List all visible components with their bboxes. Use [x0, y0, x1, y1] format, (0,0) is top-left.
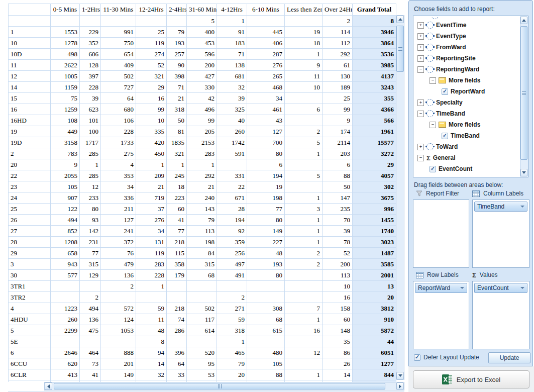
chevron-down-icon[interactable] [520, 287, 524, 289]
grand-total-cell: 3585 [353, 259, 396, 270]
field-list[interactable]: +EventTime+EventType+FromWard+ReportingS… [413, 16, 528, 177]
grid-vertical-scrollbar[interactable] [396, 15, 404, 380]
table-row: 52299475105348286614318615161485872 [9, 325, 396, 336]
field-list-item[interactable]: +EventTime [413, 20, 519, 31]
vertical-scroll-thumb[interactable] [396, 26, 404, 72]
row-labels-dropzone[interactable]: ReportWard [413, 281, 469, 349]
field-checkbox[interactable] [430, 166, 436, 172]
chevron-down-icon[interactable] [520, 206, 524, 208]
horizontal-scroll-thumb[interactable] [54, 383, 385, 389]
grid-horizontal-scrollbar[interactable] [44, 382, 404, 390]
expand-icon[interactable]: + [417, 22, 424, 29]
field-list-item[interactable]: −ΣGeneral [413, 152, 519, 163]
scroll-right-button[interactable] [396, 382, 404, 390]
export-to-excel-button[interactable]: Export to Excel [413, 370, 529, 388]
data-cell: 1223 [51, 303, 80, 314]
expand-icon[interactable]: + [417, 144, 424, 150]
data-cell: 10 [136, 115, 167, 126]
collapse-icon[interactable]: − [417, 111, 424, 117]
collapse-icon[interactable]: − [430, 122, 436, 128]
defer-layout-update-label: Defer Layout Update [423, 354, 479, 361]
data-cell: 1 [285, 215, 323, 226]
scroll-up-button[interactable] [396, 16, 404, 23]
defer-layout-update-checkbox[interactable] [414, 354, 420, 361]
field-checkbox[interactable] [442, 88, 448, 95]
field-checkbox[interactable] [442, 133, 448, 139]
scroll-up-button[interactable] [520, 17, 527, 24]
data-cell: 325 [217, 104, 247, 115]
data-cell: 271 [217, 303, 247, 314]
data-cell [247, 336, 285, 347]
expand-icon[interactable]: + [417, 55, 424, 62]
data-cell: 1733 [101, 137, 136, 148]
data-cell: 200 [187, 60, 217, 71]
field-label[interactable]: EventTime [436, 22, 466, 29]
field-list-item[interactable]: +ToWard [413, 141, 519, 152]
expand-icon[interactable]: + [417, 33, 424, 40]
report-filter-dropzone[interactable] [413, 200, 469, 268]
expand-icon[interactable]: + [417, 44, 424, 51]
collapse-icon[interactable]: − [417, 66, 424, 73]
field-label[interactable]: TimeBand [451, 132, 480, 139]
data-cell: 1 [217, 16, 247, 27]
column-labels-dropzone[interactable]: TimeBand [472, 200, 529, 268]
data-cell: 12 [80, 181, 101, 192]
field-list-item[interactable]: TimeBand [413, 130, 519, 141]
field-label[interactable]: ReportWard [451, 88, 485, 95]
field-list-scroll-thumb[interactable] [520, 26, 527, 160]
field-pill[interactable]: ReportWard [415, 283, 467, 293]
field-label[interactable]: More fields [449, 77, 480, 84]
row-label: 23 [9, 181, 51, 192]
column-header: 4-12Hrs [217, 4, 247, 16]
field-list-item[interactable]: −TimeBand [413, 108, 519, 119]
collapse-icon[interactable]: − [430, 77, 436, 84]
data-cell: 274 [136, 49, 167, 60]
field-pill[interactable]: EventCount [474, 283, 527, 293]
field-list-item[interactable]: −More fields [413, 119, 519, 130]
scroll-down-button[interactable] [520, 169, 527, 176]
data-cell: 256 [217, 248, 247, 259]
field-list-item[interactable]: EventCount [413, 163, 519, 174]
field-label[interactable]: ToWard [436, 143, 458, 150]
field-label[interactable]: ReportingSite [436, 55, 476, 62]
scroll-left-button[interactable] [45, 382, 52, 390]
data-cell: 9 [51, 159, 80, 170]
data-cell: 200 [323, 259, 353, 270]
field-label[interactable]: FromWard [436, 44, 466, 51]
row-label: 4 [9, 303, 51, 314]
grand-total-cell: 3864 [353, 38, 396, 49]
collapse-icon[interactable]: − [417, 155, 424, 161]
scroll-down-button[interactable] [396, 372, 404, 379]
field-label[interactable]: More fields [449, 121, 480, 128]
field-list-item[interactable]: −More fields [413, 75, 519, 86]
field-label[interactable]: Specialty [436, 99, 463, 106]
field-label[interactable]: TimeBand [436, 110, 465, 117]
data-cell: 427 [187, 71, 217, 82]
field-list-item[interactable]: +ReportingSite [413, 53, 519, 64]
update-button[interactable]: Update [488, 352, 530, 363]
values-dropzone[interactable]: EventCount [472, 281, 529, 349]
pill-label: ReportWard [418, 284, 450, 291]
data-cell: 1717 [80, 137, 101, 148]
data-cell: 2 [217, 292, 247, 303]
field-list-item[interactable]: +FromWard [413, 42, 519, 53]
data-cell: 43 [247, 115, 285, 126]
field-list-item[interactable]: +EventType [413, 31, 519, 42]
field-list-item[interactable]: +Specialty [413, 97, 519, 108]
field-label[interactable]: General [433, 154, 456, 161]
expand-icon[interactable]: + [417, 100, 424, 106]
chevron-down-icon[interactable] [460, 287, 464, 289]
data-cell: 22 [217, 181, 247, 192]
grand-total-cell: 5872 [353, 325, 396, 336]
data-cell: 138 [217, 60, 247, 71]
field-label[interactable]: ReportingWard [436, 66, 479, 73]
field-list-item[interactable]: −ReportingWard [413, 64, 519, 75]
data-cell: 113 [187, 226, 217, 237]
arrow-down-icon [522, 171, 526, 174]
field-label[interactable]: EventCount [439, 165, 472, 172]
field-list-scrollbar[interactable] [520, 16, 528, 177]
data-cell [285, 93, 323, 104]
field-pill[interactable]: TimeBand [474, 202, 527, 212]
field-label[interactable]: EventType [436, 33, 466, 40]
field-list-item[interactable]: ReportWard [413, 86, 519, 97]
